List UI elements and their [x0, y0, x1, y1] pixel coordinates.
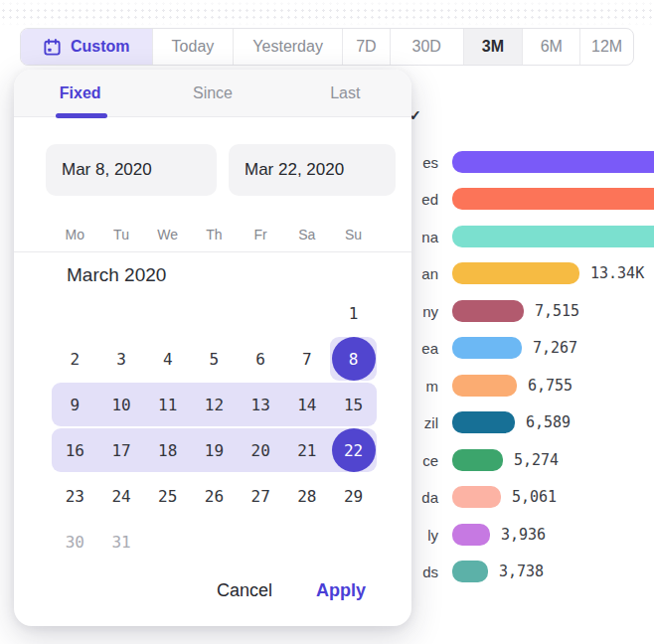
day-15[interactable]: 15 [330, 382, 377, 427]
day-21[interactable]: 21 [284, 427, 331, 473]
range-today-button[interactable]: Today [153, 29, 235, 65]
weekday-we: We [144, 219, 191, 250]
bar-label: m [426, 377, 439, 394]
range-button-label: 3M [482, 38, 504, 56]
day-14[interactable]: 14 [284, 382, 331, 427]
weekday-th: Th [191, 219, 238, 250]
selected-day-circle: 22 [332, 428, 376, 472]
bar[interactable] [452, 262, 579, 284]
day-24[interactable]: 24 [98, 473, 145, 519]
range-button-label: 12M [591, 38, 622, 56]
tab-since[interactable]: Since [146, 70, 278, 116]
range-button-label: 6M [541, 38, 563, 56]
day-16[interactable]: 16 [52, 427, 98, 473]
range-custom-button[interactable]: Custom [21, 29, 153, 65]
day-29[interactable]: 29 [330, 473, 377, 519]
bar-value: 3,936 [501, 526, 546, 544]
bar[interactable] [452, 561, 488, 582]
bar-value: 7,267 [533, 339, 577, 357]
range-button-label: Yesterday [252, 38, 323, 56]
day-11[interactable]: 11 [144, 382, 191, 427]
apply-button[interactable]: Apply [316, 580, 366, 601]
bar[interactable] [452, 226, 654, 247]
weekday-su: Su [330, 219, 377, 250]
popup-actions: Cancel Apply [217, 580, 366, 601]
range-button-label: Custom [71, 38, 130, 56]
end-date-input[interactable]: Mar 22, 2020 [229, 144, 396, 196]
bar-label: ce [422, 451, 438, 468]
day-17[interactable]: 17 [98, 427, 145, 473]
range-button-label: Today [172, 38, 215, 56]
day-19[interactable]: 19 [191, 427, 238, 473]
weekday-sa: Sa [284, 219, 331, 250]
range-30d-button[interactable]: 30D [391, 29, 464, 65]
bar[interactable] [452, 375, 517, 397]
bar[interactable] [452, 337, 522, 359]
bar-label: ly [427, 526, 438, 543]
day-7[interactable]: 7 [284, 336, 331, 382]
bar[interactable] [452, 151, 654, 173]
bar-label: ed [421, 191, 438, 208]
day-3[interactable]: 3 [98, 336, 145, 382]
day-9[interactable]: 9 [52, 382, 98, 427]
day-10[interactable]: 10 [98, 382, 145, 427]
decorative-dot-pattern [0, 0, 654, 26]
day-25[interactable]: 25 [144, 473, 191, 519]
day-22[interactable]: 22 [330, 427, 377, 473]
range-3m-button[interactable]: 3M [464, 29, 524, 65]
bar-value: 5,061 [512, 488, 557, 506]
day-12[interactable]: 12 [191, 382, 238, 427]
date-picker-tabbar: Fixed Since Last [14, 70, 411, 117]
bar-label: an [421, 265, 438, 282]
day-30[interactable]: 30 [52, 519, 98, 564]
bar-value: 3,738 [499, 563, 544, 580]
selected-day-circle: 8 [332, 337, 376, 381]
bar-value: 13.34K [590, 264, 644, 282]
bar[interactable] [452, 449, 503, 471]
day-20[interactable]: 20 [238, 427, 284, 473]
bar-value: 6,755 [528, 377, 572, 395]
bar-label: es [422, 153, 438, 170]
tab-fixed[interactable]: Fixed [14, 70, 146, 116]
weekday-fr: Fr [238, 219, 284, 250]
day-27[interactable]: 27 [238, 473, 284, 519]
range-7d-button[interactable]: 7D [343, 29, 391, 65]
tab-last[interactable]: Last [279, 70, 411, 116]
bar[interactable] [452, 411, 515, 433]
day-4[interactable]: 4 [144, 336, 191, 382]
cancel-button[interactable]: Cancel [217, 580, 272, 601]
bar[interactable] [452, 524, 490, 546]
range-button-label: 30D [411, 38, 440, 56]
bar[interactable] [452, 300, 524, 322]
day-13[interactable]: 13 [238, 382, 284, 427]
weekday-tu: Tu [98, 219, 145, 250]
range-12m-button[interactable]: 12M [580, 29, 633, 65]
bar-value: 7,515 [535, 302, 579, 320]
day-5[interactable]: 5 [191, 336, 238, 382]
bar-value: 5,274 [514, 451, 559, 469]
day-31[interactable]: 31 [98, 519, 145, 564]
day-23[interactable]: 23 [52, 473, 98, 519]
start-date-input[interactable]: Mar 8, 2020 [46, 144, 217, 196]
weekday-mo: Mo [52, 219, 98, 250]
month-title: March 2020 [67, 264, 166, 286]
day-18[interactable]: 18 [144, 427, 191, 473]
day-26[interactable]: 26 [191, 473, 238, 519]
day-2[interactable]: 2 [52, 336, 98, 382]
day-28[interactable]: 28 [284, 473, 331, 519]
range-6m-button[interactable]: 6M [523, 29, 580, 65]
day-6[interactable]: 6 [238, 336, 284, 382]
bar-value: 6,589 [526, 413, 571, 431]
active-tab-underline [56, 113, 107, 118]
range-yesterday-button[interactable]: Yesterday [234, 29, 343, 65]
day-1[interactable]: 1 [330, 290, 377, 336]
day-8[interactable]: 8 [330, 336, 377, 382]
divider [14, 251, 411, 252]
calendar-icon [43, 38, 62, 57]
date-range-toolbar: CustomTodayYesterday7D30D3M6M12M [20, 28, 634, 66]
bar[interactable] [452, 486, 501, 508]
calendar-grid: 1234567891011121314151617181920212223242… [14, 290, 411, 564]
bar[interactable] [452, 188, 654, 210]
bar-label: ny [422, 302, 438, 319]
bar-label: da [421, 489, 438, 506]
